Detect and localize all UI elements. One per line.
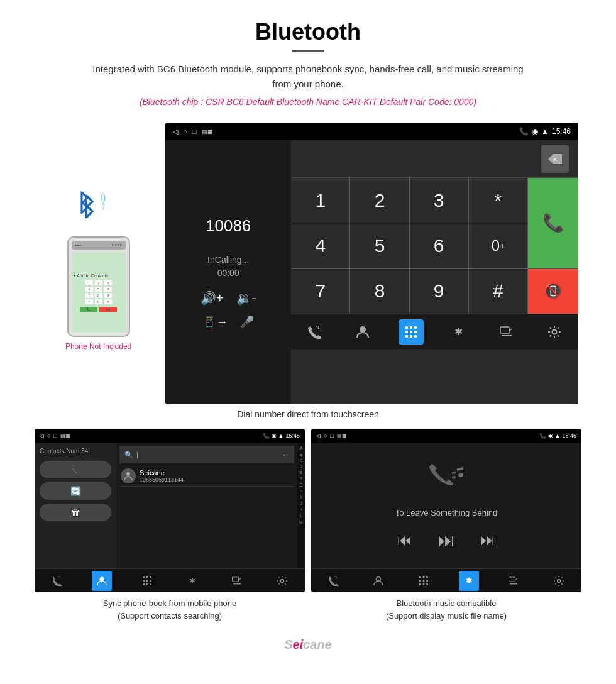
phonebook-icon[interactable]: [302, 319, 327, 345]
svg-rect-23: [150, 580, 151, 582]
key-1[interactable]: 1: [291, 178, 349, 223]
svg-rect-30: [419, 576, 421, 578]
transfer-icon[interactable]: 📱→: [202, 315, 228, 329]
svg-rect-33: [419, 580, 421, 582]
alpha-b[interactable]: B: [300, 451, 303, 458]
key-2[interactable]: 2: [350, 178, 409, 223]
contacts-time: 15:45: [285, 433, 300, 439]
mini-phone-graphic: ●●● MUTE + Add to Contacts 1 2 3 4 5 6 7…: [67, 236, 130, 337]
alpha-h[interactable]: H: [299, 488, 302, 495]
key-star[interactable]: *: [469, 178, 527, 223]
dial-caption: Dial number direct from touchscreen: [0, 409, 616, 419]
backspace-button[interactable]: ✕: [541, 145, 569, 173]
alpha-a[interactable]: A: [300, 445, 303, 451]
recents-icon: □: [192, 128, 197, 135]
settings-bottom-icon[interactable]: [542, 319, 567, 345]
key-4[interactable]: 4: [291, 223, 349, 268]
key-3[interactable]: 3: [410, 178, 468, 223]
music-phone-bottom[interactable]: [324, 571, 344, 591]
statusbar-nav-icons: ◁ ○ □ ▤▦: [173, 128, 212, 136]
dialpad-icon[interactable]: [399, 319, 424, 345]
contacts-phone-bottom[interactable]: [47, 571, 67, 591]
key-0plus[interactable]: 0+: [469, 223, 527, 268]
contacts-contacts-bottom[interactable]: [92, 571, 112, 591]
volume-down-icon[interactable]: 🔉-: [236, 290, 256, 306]
bluetooth-bottom-icon[interactable]: ✱: [446, 319, 471, 345]
key-5[interactable]: 5: [350, 223, 409, 268]
volume-up-icon[interactable]: 🔊+: [201, 290, 224, 306]
title-divider: [292, 50, 324, 52]
contacts-recents-icon: □: [53, 433, 57, 439]
svg-rect-20: [150, 576, 151, 578]
main-statusbar: ◁ ○ □ ▤▦ 📞 ◉ ▲ 15:46: [165, 123, 578, 140]
alpha-g[interactable]: G: [299, 482, 302, 488]
svg-rect-34: [423, 580, 425, 582]
alpha-l[interactable]: L: [300, 513, 302, 519]
phone-side: ᛒ ᛒ )) ) ●●● MUTE + Add to Contacts 1: [38, 123, 159, 404]
contacts-wifi-icon: ▲: [278, 433, 284, 439]
svg-text:): ): [102, 202, 104, 209]
contact-item[interactable]: Seicane 10655059113144: [119, 466, 294, 487]
search-clear-icon[interactable]: ←: [282, 451, 289, 458]
mute-icon[interactable]: 🎤: [240, 315, 254, 329]
main-section: ᛒ ᛒ )) ) ●●● MUTE + Add to Contacts 1: [0, 123, 616, 404]
sync-contact-btn[interactable]: 🔄: [40, 482, 111, 500]
end-call-button[interactable]: 📵: [528, 269, 578, 314]
contacts-left-panel: Contacts Num:54 📞 🔄 🗑: [35, 443, 116, 568]
bt-logo: ᛒ )) ): [80, 189, 118, 226]
music-contacts-bottom[interactable]: [368, 571, 388, 591]
music-transfer-bottom[interactable]: [503, 571, 524, 591]
svg-point-16: [126, 472, 130, 476]
music-dialpad-bottom[interactable]: [414, 571, 434, 591]
alpha-m[interactable]: M: [299, 519, 303, 526]
contacts-settings-bottom[interactable]: [272, 571, 292, 591]
home-icon: ○: [183, 128, 187, 135]
next-track-button[interactable]: ⏭: [437, 530, 455, 551]
key-8[interactable]: 8: [350, 269, 409, 314]
contact-number: 10655059113144: [140, 477, 184, 483]
alpha-i[interactable]: I: [300, 494, 302, 500]
key-6[interactable]: 6: [410, 223, 468, 268]
volume-controls: 🔊+ 🔉-: [201, 290, 256, 306]
phone-not-included-label: Phone Not Included: [65, 342, 131, 351]
alpha-d[interactable]: D: [299, 463, 302, 470]
music-status-right: 📞 ◉ ▲ 15:46: [539, 433, 576, 439]
skip-button[interactable]: ⏭: [480, 531, 495, 549]
alpha-c[interactable]: C: [299, 458, 302, 464]
music-bt-bottom[interactable]: ✱: [459, 571, 479, 591]
transfer-bottom-icon[interactable]: [494, 319, 519, 345]
contacts-icon[interactable]: [350, 319, 375, 345]
music-settings-bottom[interactable]: [549, 571, 569, 591]
music-screen: ◁ ○ □ ▤▦ 📞 ◉ ▲ 15:46: [311, 429, 581, 592]
contacts-bt-bottom[interactable]: ✱: [182, 571, 202, 591]
contacts-transfer-bottom[interactable]: [227, 571, 247, 591]
watermark: Seicane: [0, 637, 616, 652]
search-text: |: [136, 451, 138, 458]
key-9[interactable]: 9: [410, 269, 468, 314]
alpha-j[interactable]: J: [300, 500, 302, 507]
call-contact-btn[interactable]: 📞: [40, 461, 111, 478]
time-display: 15:46: [552, 127, 571, 136]
search-bar[interactable]: 🔍 | ←: [119, 446, 294, 463]
dial-numpad-panel: ✕ 1 2 3 * 📞 4 5 6 0+ 7 8 9: [291, 140, 578, 404]
call-button[interactable]: 📞: [528, 178, 578, 268]
previous-track-button[interactable]: ⏮: [397, 531, 412, 549]
alpha-e[interactable]: E: [300, 470, 303, 476]
svg-rect-22: [146, 580, 148, 582]
contacts-content: Contacts Num:54 📞 🔄 🗑 🔍 | ←: [35, 443, 305, 568]
key-7[interactable]: 7: [291, 269, 349, 314]
contacts-dialpad-bottom[interactable]: [137, 571, 157, 591]
alpha-k[interactable]: K: [300, 507, 303, 513]
music-caption-text: Bluetooth music compatible(Support displ…: [386, 598, 507, 621]
delete-contact-btn[interactable]: 🗑: [40, 504, 111, 521]
page-header: Bluetooth Integrated with BC6 Bluetooth …: [0, 0, 616, 123]
svg-rect-25: [146, 583, 148, 585]
contact-avatar: [121, 468, 136, 483]
alpha-f[interactable]: F: [300, 476, 302, 482]
contacts-bottom-bar: ✱: [35, 568, 305, 592]
bottom-screens: ◁ ○ □ ▤▦ 📞 ◉ ▲ 15:45 Contacts Num:54 📞 🔄…: [0, 429, 616, 592]
music-phone-icon: 📞: [539, 433, 546, 439]
key-hash[interactable]: #: [469, 269, 527, 314]
svg-rect-39: [509, 577, 515, 582]
call-status: InCalling...: [207, 255, 249, 265]
